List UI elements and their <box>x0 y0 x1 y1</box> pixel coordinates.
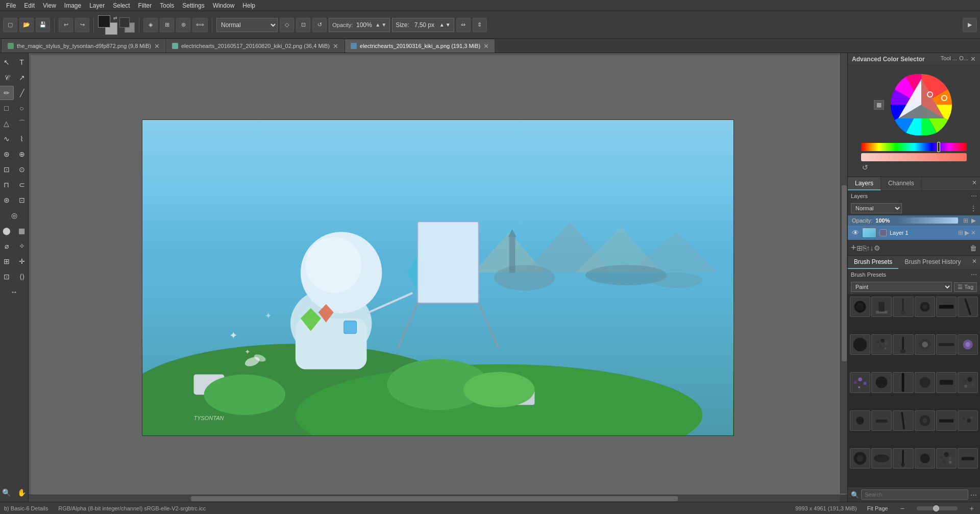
saturation-bar[interactable] <box>861 153 967 161</box>
brush-preset-23[interactable] <box>936 410 957 431</box>
layer-visibility-icon[interactable]: 👁 <box>852 229 859 237</box>
assistant-tool[interactable]: ⊕ <box>15 147 29 161</box>
tab-3[interactable]: electrichearts_20190316_kiki_a.png (191,… <box>345 39 495 53</box>
freehand-select-tool[interactable]: ⊂ <box>15 178 29 192</box>
brush-preset-6[interactable] <box>958 297 978 317</box>
menu-select[interactable]: Select <box>109 1 134 10</box>
wrap-around-button[interactable]: ⊛ <box>176 18 190 32</box>
brush-preset-13[interactable] <box>850 372 870 393</box>
vertical-scrollbar[interactable] <box>840 53 847 494</box>
tab-brush-preset-history[interactable]: Brush Preset History <box>898 256 967 269</box>
brush-preset-14[interactable] <box>871 372 892 393</box>
layer-properties-button[interactable]: ⚙ <box>874 244 880 252</box>
brush-presets-options-icon[interactable]: ⋯ <box>971 271 977 278</box>
brush-fg-swatch[interactable] <box>119 17 130 28</box>
menu-image[interactable]: Image <box>60 1 85 10</box>
layers-options-icon[interactable]: ⋯ <box>971 192 977 200</box>
brush-search-options-icon[interactable]: ⋯ <box>970 491 977 499</box>
undo-button[interactable]: ↩ <box>59 18 73 32</box>
measure-tool[interactable]: ↔ <box>7 285 21 299</box>
advanced-color-tool-tab[interactable]: Tool ... <box>941 55 957 63</box>
layers-blend-mode[interactable]: Normal Multiply Screen <box>851 203 902 213</box>
brush-preset-19[interactable] <box>850 410 870 431</box>
refresh-button[interactable]: ↺ <box>312 18 327 32</box>
layers-alpha-lock-icon[interactable]: ⊞ <box>963 217 968 224</box>
rect-select-tool[interactable]: ⊡ <box>0 162 14 177</box>
brush-preset-28[interactable] <box>915 448 935 469</box>
add-group-button[interactable]: ⊞ <box>856 244 863 252</box>
contiguous-select-tool[interactable]: ⊛ <box>0 193 14 207</box>
swap-colors-icon[interactable]: ⇄ <box>113 15 117 20</box>
brush-preset-8[interactable] <box>871 334 892 355</box>
gradient-tool[interactable]: ▦ <box>15 224 29 238</box>
colorpicker-tool[interactable]: ⌀ <box>0 239 14 253</box>
layer-chain-icon[interactable] <box>879 229 887 236</box>
color-selector-type-icon[interactable]: ▦ <box>874 100 884 110</box>
eraser-button[interactable]: ◈ <box>143 18 158 32</box>
add-layer-button[interactable]: + <box>851 242 856 253</box>
menu-file[interactable]: File <box>2 1 20 10</box>
tab-close-1[interactable]: ✕ <box>154 43 160 50</box>
menu-layer[interactable]: Layer <box>85 1 109 10</box>
freehand-path-tool[interactable]: ∿ <box>0 132 14 146</box>
vertical-scroll-thumb[interactable] <box>842 185 847 361</box>
brush-preset-4[interactable] <box>915 297 935 317</box>
layer-row-1[interactable]: 👁 Layer 1 ⊞ ▶ ✕ <box>848 226 980 240</box>
tab-2[interactable]: electrichearts_20160517_20160820_kiki_02… <box>166 39 344 53</box>
polygon-tool[interactable]: △ <box>0 116 14 131</box>
brush-preset-22[interactable] <box>915 410 935 431</box>
brush-preset-29[interactable] <box>936 448 957 469</box>
menu-help[interactable]: Help <box>238 1 259 10</box>
brush-preset-2[interactable] <box>871 297 892 317</box>
tab-layers[interactable]: Layers <box>848 177 881 190</box>
erase-mode-button[interactable]: ◇ <box>280 18 294 32</box>
blend-mode-select[interactable]: Normal Multiply Screen Overlay <box>216 18 278 32</box>
layers-more-icon[interactable]: ▶ <box>971 217 976 224</box>
menu-filter[interactable]: Filter <box>134 1 156 10</box>
move-tool[interactable]: ✛ <box>15 254 29 268</box>
foreground-color-swatch[interactable] <box>98 15 110 28</box>
open-file-button[interactable]: 📂 <box>19 18 34 32</box>
brush-category-select[interactable]: Paint Airbrush Bristles Blenders <box>851 282 952 292</box>
brush-preset-21[interactable] <box>893 410 913 431</box>
more-options-button[interactable]: ▶ <box>963 18 977 32</box>
move-layer-up-button[interactable]: ↑ <box>867 244 870 252</box>
brush-preset-20[interactable] <box>871 410 892 431</box>
calligraphy-tool[interactable]: 𝒞 <box>0 70 14 85</box>
brush-preset-9[interactable] <box>893 334 913 355</box>
zoom-in-icon[interactable]: + <box>968 504 976 512</box>
layers-opacity-slider[interactable] <box>896 217 959 224</box>
color-wheel[interactable] <box>888 71 954 138</box>
brush-tag-button[interactable]: ☰ Tag <box>954 282 977 292</box>
hue-bar[interactable] <box>861 143 967 151</box>
brush-panel-close-icon[interactable]: ✕ <box>969 256 980 269</box>
zoom-slider[interactable] <box>917 506 958 510</box>
brush-search-input[interactable] <box>861 489 968 500</box>
ellipse-select-tool[interactable]: ⊙ <box>15 162 29 177</box>
filter-button[interactable]: ⊡ <box>296 18 310 32</box>
menu-edit[interactable]: Edit <box>20 1 39 10</box>
reset-color-icon[interactable]: ↺ <box>861 162 869 173</box>
text-tool[interactable]: T <box>15 55 29 69</box>
brush-preset-18[interactable] <box>958 372 978 393</box>
fit-page-label[interactable]: Fit Page <box>867 505 888 511</box>
multibrush-tool[interactable]: ⊛ <box>0 147 14 161</box>
flip-h-button[interactable]: ⇔ <box>456 18 471 32</box>
brush-preset-3[interactable] <box>893 297 913 317</box>
zoom-tool[interactable]: 🔍 <box>0 485 14 500</box>
canvas-area[interactable]: ✦ ✦ ✦ TYSONTAN <box>29 53 847 502</box>
pan-tool[interactable]: ✋ <box>15 485 29 500</box>
layer-delete-icon[interactable]: ✕ <box>971 229 976 236</box>
polygon-select-tool[interactable]: ⊓ <box>0 178 14 192</box>
redo-button[interactable]: ↪ <box>75 18 89 32</box>
fill-tool[interactable]: ⬤ <box>0 224 14 238</box>
warp-transform-tool[interactable]: ⟨⟩ <box>15 270 29 284</box>
brush-preset-1[interactable] <box>850 297 870 317</box>
horizontal-scroll-thumb[interactable] <box>191 496 678 501</box>
layer-name-1[interactable]: Layer 1 <box>890 230 955 236</box>
select-shapes-tool[interactable]: ↖ <box>0 55 14 69</box>
smart-patch-tool[interactable]: ✧ <box>15 239 29 253</box>
size-input[interactable] <box>410 21 438 29</box>
similar-color-select-tool[interactable]: ⊡ <box>15 193 29 207</box>
size-spinner-down[interactable]: ▼ <box>446 22 451 28</box>
